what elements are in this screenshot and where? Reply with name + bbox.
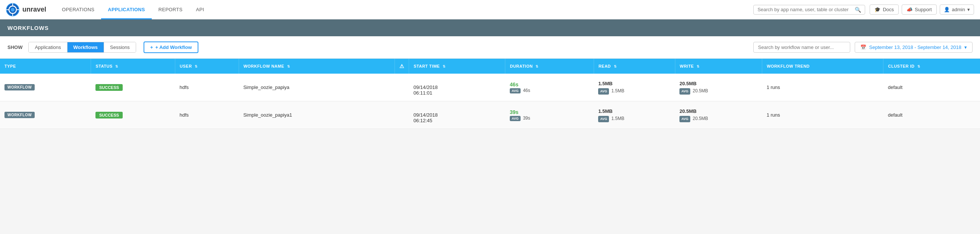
type-badge: WORKFLOW [5,84,35,90]
col-status[interactable]: STATUS ⇅ [91,59,175,74]
nav-operations[interactable]: OPERATIONS [55,0,101,19]
workflow-search-input[interactable] [758,45,845,50]
col-warn[interactable]: ⚠ [395,59,409,74]
avg-value: 39s [523,115,530,121]
sort-icon: ⇅ [917,65,921,68]
cell-write: 20.5MB AVG 20.5MB [675,74,762,101]
toolbar-right: 📅 September 13, 2018 - September 14, 201… [753,42,972,53]
tab-applications[interactable]: Applications [29,42,67,52]
cell-workflow-trend: 1 runs [762,74,883,101]
avg-badge: AVG [510,88,520,93]
nav-right: 🎓 Docs 📣 Support 👤 admin ▾ [870,5,974,14]
cell-workflow-name: Simple_oozie_papiya1 [239,101,395,129]
logo[interactable]: unravel [6,3,46,16]
tab-sessions[interactable]: Sessions [104,42,136,52]
plus-icon: + [150,45,153,50]
workflow-search[interactable] [753,42,850,53]
duration-value: 46s [510,82,518,88]
read-main: 1.5MB [598,107,670,115]
calendar-icon: 📅 [860,45,866,50]
svg-point-2 [11,8,14,11]
support-label: Support [915,7,932,12]
nav-reports[interactable]: REPORTS [152,0,189,19]
docs-button[interactable]: 🎓 Docs [870,5,899,14]
sort-icon: ⇅ [115,65,119,68]
global-search-input[interactable] [757,7,853,12]
admin-label: admin [952,7,965,12]
date-range-button[interactable]: 📅 September 13, 2018 - September 14, 201… [855,42,972,53]
cell-duration: 46s AVG 46s [505,74,593,101]
cell-status: SUCCESS [91,101,175,129]
read-main: 1.5MB [598,80,670,88]
col-cluster-id[interactable]: CLUSTER ID ⇅ [883,59,980,74]
col-type[interactable]: TYPE [0,59,91,74]
cell-read: 1.5MB AVG 1.5MB [593,101,675,129]
cell-warn [395,74,409,101]
cell-duration: 39s AVG 39s [505,101,593,129]
write-avg: 20.5MB [692,116,708,121]
support-button[interactable]: 📣 Support [902,5,937,14]
docs-icon: 🎓 [875,7,880,12]
write-main: 20.5MB [679,80,757,88]
global-search[interactable]: 🔍 [753,5,865,14]
nav-applications[interactable]: APPLICATIONS [101,0,151,19]
date-range-label: September 13, 2018 - September 14, 2018 [869,45,961,50]
show-tab-group: Applications Workflows Sessions [28,42,136,53]
cell-cluster-id: default [883,101,980,129]
logo-text: unravel [22,6,46,13]
col-start-time[interactable]: START TIME ⇅ [409,59,505,74]
duration-value: 39s [510,109,518,115]
admin-menu[interactable]: 👤 admin ▾ [940,5,974,14]
table-row[interactable]: WORKFLOW SUCCESS hdfs Simple_oozie_papiy… [0,101,980,129]
status-badge: SUCCESS [95,84,123,91]
warning-icon: ⚠ [399,63,405,69]
cell-start-time: 09/14/2018 06:11:01 [409,74,505,101]
logo-icon [6,3,19,16]
sort-icon: ⇅ [614,65,617,68]
col-workflow-trend[interactable]: WORKFLOW TREND [762,59,883,74]
nav-links: OPERATIONS APPLICATIONS REPORTS API [55,0,749,19]
cell-cluster-id: default [883,74,980,101]
add-workflow-button[interactable]: + + Add Workflow [143,42,198,53]
col-write[interactable]: WRITE ⇅ [675,59,762,74]
status-badge: SUCCESS [95,112,123,119]
add-workflow-label: + Add Workflow [155,45,192,50]
write-main: 20.5MB [679,107,757,115]
sort-icon: ⇅ [697,65,700,68]
col-user[interactable]: USER ⇅ [175,59,239,74]
chevron-down-icon: ▾ [967,7,970,12]
cell-status: SUCCESS [91,74,175,101]
workflows-table: TYPE STATUS ⇅ USER ⇅ WORKFLOW NAME ⇅ ⚠ [0,59,980,129]
table-row[interactable]: WORKFLOW SUCCESS hdfs Simple_oozie_papiy… [0,74,980,101]
nav-api[interactable]: API [189,0,211,19]
avg-badge: AVG [510,116,520,121]
tab-workflows[interactable]: Workflows [67,42,104,52]
user-icon: 👤 [944,7,950,12]
show-label: SHOW [8,45,22,50]
navbar: unravel OPERATIONS APPLICATIONS REPORTS … [0,0,980,19]
search-icon: 🔍 [855,7,861,13]
cell-start-time: 09/14/2018 06:12:45 [409,101,505,129]
table-header-row: TYPE STATUS ⇅ USER ⇅ WORKFLOW NAME ⇅ ⚠ [0,59,980,74]
avg-badge: AVG [679,88,690,95]
sort-icon: ⇅ [443,65,446,68]
chevron-down-icon: ▾ [964,45,967,50]
page-header: WORKFLOWS [0,19,980,36]
read-avg: 1.5MB [612,116,625,121]
avg-badge: AVG [679,116,690,123]
cell-write: 20.5MB AVG 20.5MB [675,101,762,129]
cell-warn [395,101,409,129]
col-read[interactable]: READ ⇅ [593,59,675,74]
type-badge: WORKFLOW [5,112,35,118]
toolbar: SHOW Applications Workflows Sessions + +… [0,36,980,59]
cell-workflow-name: Simple_oozie_papiya [239,74,395,101]
read-avg: 1.5MB [612,88,625,93]
support-icon: 📣 [907,7,913,12]
docs-label: Docs [883,7,894,12]
col-workflow-name[interactable]: WORKFLOW NAME ⇅ [239,59,395,74]
sort-icon: ⇅ [195,65,198,68]
sort-icon: ⇅ [536,65,539,68]
col-duration[interactable]: DURATION ⇅ [505,59,593,74]
avg-value: 46s [523,88,530,93]
cell-user: hdfs [175,74,239,101]
